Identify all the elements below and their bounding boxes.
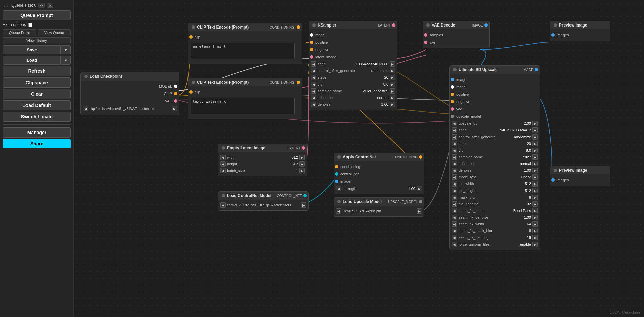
ksampler-cag-next[interactable]: ▶ [390, 68, 395, 73]
ksampler-scheduler-next[interactable]: ▶ [390, 95, 395, 100]
controlnet-model-prev[interactable]: ◀ [220, 202, 226, 208]
conditioning-1-out-port[interactable] [297, 25, 300, 29]
extra-options-checkbox[interactable] [28, 23, 32, 27]
seam-fix-mode-prev[interactable]: ◀ [452, 208, 457, 213]
model-output-port[interactable] [174, 85, 177, 88]
seam-fix-padding-next[interactable]: ▶ [532, 235, 538, 240]
ultimate-cag-next[interactable]: ▶ [532, 134, 538, 140]
mode-type-prev[interactable]: ◀ [452, 174, 457, 180]
clip-encode-1-text-input[interactable]: an elegant girl [191, 43, 295, 59]
ultimate-scheduler-prev[interactable]: ◀ [452, 161, 457, 166]
ksampler-steps-prev[interactable]: ◀ [311, 75, 316, 80]
upscale-model-next[interactable]: ▶ [417, 208, 422, 214]
tile-width-prev[interactable]: ◀ [452, 181, 457, 187]
canvas-area[interactable]: Load Checkpoint MODEL CLIP VAE ◀ ckpt/re… [74, 0, 644, 317]
tile-height-next[interactable]: ▶ [532, 188, 538, 193]
ksampler-latent-out-port[interactable] [392, 23, 395, 27]
preview-2-images-port[interactable] [551, 178, 555, 182]
tile-padding-prev[interactable]: ◀ [452, 201, 457, 207]
seam-fix-denoise-prev[interactable]: ◀ [452, 215, 457, 220]
tile-height-prev[interactable]: ◀ [452, 188, 457, 193]
ultimate-model-in-port[interactable] [451, 85, 454, 89]
force-uniform-tiles-next[interactable]: ▶ [532, 242, 538, 247]
seam-fix-mask-blur-prev[interactable]: ◀ [452, 228, 457, 233]
upscale-model-out-port[interactable] [419, 200, 422, 203]
tile-width-next[interactable]: ▶ [532, 181, 538, 187]
clear-button[interactable]: Clear [3, 89, 71, 99]
ultimate-upscalemodel-in-port[interactable] [451, 115, 454, 118]
refresh-button[interactable]: Refresh [3, 66, 71, 76]
mode-type-next[interactable]: ▶ [532, 174, 538, 180]
controlnet-cond-in-port[interactable] [335, 165, 338, 168]
ksampler-sampler-next[interactable]: ▶ [390, 88, 395, 94]
controlnet-net-port[interactable] [335, 172, 338, 176]
save-button[interactable]: Save [3, 45, 61, 54]
clip-output-port[interactable] [174, 92, 177, 95]
queue-prompt-button[interactable]: Queue Prompt [3, 10, 71, 20]
ultimate-steps-next[interactable]: ▶ [532, 141, 538, 146]
height-next[interactable]: ▶ [299, 161, 305, 167]
ultimate-seed-prev[interactable]: ◀ [452, 127, 457, 133]
ultimate-cag-prev[interactable]: ◀ [452, 134, 457, 140]
share-button[interactable]: Share [3, 139, 71, 148]
seam-fix-mask-blur-next[interactable]: ▶ [532, 228, 538, 233]
upscale-by-prev[interactable]: ◀ [452, 121, 457, 126]
ultimate-sampler-next[interactable]: ▶ [532, 154, 538, 160]
ksampler-steps-next[interactable]: ▶ [390, 75, 395, 80]
load-default-button[interactable]: Load Default [3, 100, 71, 110]
width-next[interactable]: ▶ [299, 155, 305, 160]
switch-locale-button[interactable]: Switch Locale [3, 112, 71, 122]
ultimate-image-out-port[interactable] [535, 68, 538, 71]
ksampler-scheduler-prev[interactable]: ◀ [311, 95, 316, 100]
clipspace-button[interactable]: Clipspace [3, 77, 71, 88]
seam-fix-width-prev[interactable]: ◀ [452, 221, 457, 227]
width-prev[interactable]: ◀ [220, 155, 226, 160]
save-arrow-button[interactable]: ▼ [61, 45, 71, 54]
ckpt-next-btn[interactable]: ▶ [172, 106, 177, 111]
ksampler-cfg-prev[interactable]: ◀ [311, 82, 316, 87]
upscale-model-prev[interactable]: ◀ [336, 208, 341, 214]
controlnet-img-port[interactable] [335, 180, 338, 183]
ultimate-scheduler-next[interactable]: ▶ [532, 161, 538, 166]
controlnet-cond-out-port[interactable] [419, 155, 422, 159]
load-arrow-button[interactable]: ▼ [61, 56, 71, 65]
ksampler-denoise-next[interactable]: ▶ [390, 102, 395, 107]
batch-prev[interactable]: ◀ [220, 168, 226, 173]
preview-1-images-port[interactable] [551, 33, 555, 37]
vae-output-port[interactable] [174, 99, 177, 103]
ksampler-latent-in-port[interactable] [310, 55, 313, 59]
queue-front-button[interactable]: Queue Front [3, 29, 36, 36]
clip-1-in-port[interactable] [189, 35, 193, 39]
ksampler-seed-next[interactable]: ▶ [390, 61, 395, 67]
load-button[interactable]: Load [3, 56, 61, 65]
mask-blur-next[interactable]: ▶ [532, 195, 538, 200]
ksampler-sampler-prev[interactable]: ◀ [311, 88, 316, 94]
settings-icon-btn[interactable]: ⚙ [38, 3, 45, 8]
clip-encode-2-text-input[interactable]: text, watermark [191, 98, 295, 114]
controlnet-model-next[interactable]: ▶ [301, 202, 306, 208]
view-queue-button[interactable]: View Queue [38, 29, 71, 36]
ultimate-vae-in-port[interactable] [451, 107, 454, 111]
image-icon-btn[interactable]: 🖼 [47, 3, 53, 8]
force-uniform-tiles-prev[interactable]: ◀ [452, 242, 457, 247]
ultimate-sampler-prev[interactable]: ◀ [452, 154, 457, 160]
ksampler-model-port[interactable] [310, 33, 313, 37]
ultimate-denoise-next[interactable]: ▶ [532, 168, 538, 173]
ksampler-cfg-next[interactable]: ▶ [390, 82, 395, 87]
ultimate-image-in-port[interactable] [451, 78, 454, 81]
height-prev[interactable]: ◀ [220, 161, 226, 167]
seam-fix-padding-prev[interactable]: ◀ [452, 235, 457, 240]
seam-fix-mode-next[interactable]: ▶ [532, 208, 538, 213]
ckpt-prev-btn[interactable]: ◀ [83, 106, 88, 111]
vae-samples-in-port[interactable] [424, 33, 427, 37]
ultimate-steps-prev[interactable]: ◀ [452, 141, 457, 146]
vae-vae-in-port[interactable] [424, 41, 427, 44]
ksampler-cag-prev[interactable]: ◀ [311, 68, 316, 73]
conditioning-2-out-port[interactable] [297, 81, 300, 84]
ksampler-denoise-prev[interactable]: ◀ [311, 102, 316, 107]
seam-fix-width-next[interactable]: ▶ [532, 221, 538, 227]
strength-next[interactable]: ▶ [417, 186, 422, 191]
ultimate-cfg-prev[interactable]: ◀ [452, 148, 457, 153]
control-net-out-port[interactable] [303, 194, 307, 197]
tile-padding-next[interactable]: ▶ [532, 201, 538, 207]
